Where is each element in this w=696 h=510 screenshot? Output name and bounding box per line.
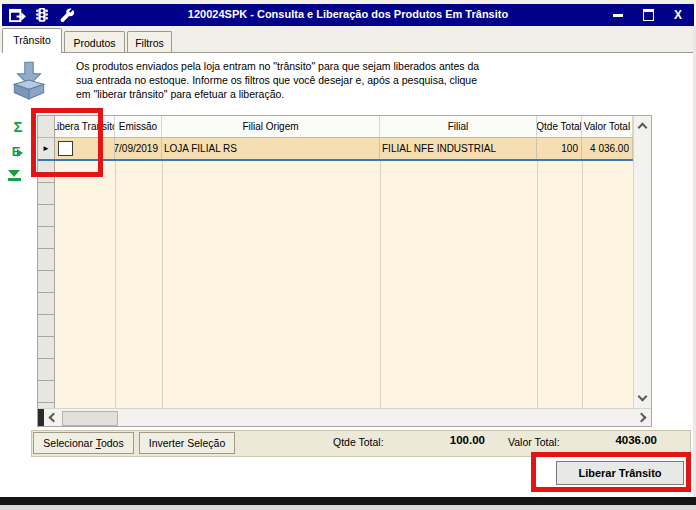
scroll-down-button[interactable] (634, 389, 651, 406)
down-triangle (8, 170, 20, 177)
cell-filial[interactable]: FILIAL NFE INDUSTRIAL (380, 138, 537, 159)
window-bottom-bar (0, 497, 696, 505)
invert-selection-label: Inverter Seleção (149, 437, 225, 449)
chevron-down-icon (638, 392, 648, 402)
scroll-right-button[interactable] (634, 409, 651, 426)
select-all-label: Selecionar Todos (43, 437, 123, 449)
sigma-glyph: Σ (13, 118, 22, 135)
tab-produtos-label: Produtos (73, 37, 115, 49)
valor-total-label: Valor Total: (508, 436, 560, 448)
window-controls: X (610, 4, 686, 26)
cell-valor-total[interactable]: 4 036.00 (582, 138, 633, 159)
scroll-up-button[interactable] (634, 117, 651, 134)
close-icon: X (674, 9, 682, 21)
row-selector-column (38, 161, 55, 408)
valor-total-value: 4036.00 (585, 434, 657, 446)
scroll-to-bottom-icon[interactable] (8, 170, 24, 181)
traffic-light-icon[interactable] (32, 6, 52, 24)
vertical-scrollbar[interactable] (633, 116, 651, 408)
grid-header-filial[interactable]: Filial (380, 116, 537, 138)
chevron-right-icon (637, 413, 647, 423)
grid-header-filial-origem[interactable]: Filial Origem (162, 116, 380, 138)
grid-column-line (115, 161, 116, 408)
sum-sigma-icon[interactable]: Σ (8, 117, 28, 135)
qtde-total-value: 100.00 (415, 434, 485, 446)
grid-column-line (380, 161, 381, 408)
tab-filtros[interactable]: Filtros (127, 31, 172, 52)
grid-column-line (582, 161, 583, 408)
titlebar: 120024SPK - Consulta e Liberação dos Pro… (2, 4, 694, 26)
download-tray-icon (8, 60, 50, 102)
wrench-icon[interactable] (57, 6, 77, 24)
qtde-total-label: Qtde Total: (333, 436, 384, 448)
cell-filial-origem[interactable]: LOJA FILIAL RS (162, 138, 380, 159)
select-all-button[interactable]: Selecionar Todos (33, 432, 134, 454)
tab-filtros-label: Filtros (135, 37, 164, 49)
close-button[interactable]: X (670, 7, 686, 23)
form-exit-icon[interactable] (7, 6, 27, 24)
table-row[interactable]: ► 27/09/2019 LOJA FILIAL RS FILIAL NFE I… (38, 138, 633, 161)
chevron-up-icon (638, 122, 648, 132)
tab-transito[interactable]: Trânsito (2, 28, 62, 53)
bottom-bar (8, 178, 21, 181)
window-title: 120024SPK - Consulta e Liberação dos Pro… (92, 8, 604, 20)
transit-grid: Libera Transito Emissão Filial Origem Fi… (37, 115, 652, 427)
grid-column-line (162, 161, 163, 408)
horizontal-scrollbar[interactable] (38, 408, 651, 426)
minimize-icon (613, 14, 623, 17)
cell-emissao[interactable]: 27/09/2019 (115, 138, 162, 159)
grid-column-line (537, 161, 538, 408)
chevron-left-icon (49, 413, 59, 423)
grid-header-qtde-total[interactable]: Qtde Total (537, 116, 582, 138)
annotation-box-liberar-button (531, 452, 691, 492)
minimize-button[interactable] (610, 7, 626, 23)
grid-header-valor-total[interactable]: Valor Total (582, 116, 633, 138)
scroll-left-button[interactable] (44, 409, 61, 426)
grid-header-emissao[interactable]: Emissão (115, 116, 162, 138)
app-window: 120024SPK - Consulta e Liberação dos Pro… (0, 0, 696, 510)
export-arrow (17, 149, 23, 157)
intro-text: Os produtos enviados pela loja entram no… (76, 60, 480, 102)
excel-export-icon[interactable]: E (6, 142, 26, 160)
maximize-icon (643, 9, 654, 21)
cell-qtde-total[interactable]: 100 (537, 138, 582, 159)
tab-transito-label: Trânsito (13, 34, 51, 46)
invert-selection-button[interactable]: Inverter Seleção (139, 432, 235, 454)
desktop-strip (0, 505, 696, 510)
horizontal-scrollbar-thumb[interactable] (62, 411, 118, 426)
annotation-box-checkbox (31, 108, 103, 177)
maximize-button[interactable] (640, 7, 656, 23)
tab-produtos[interactable]: Produtos (64, 31, 125, 52)
